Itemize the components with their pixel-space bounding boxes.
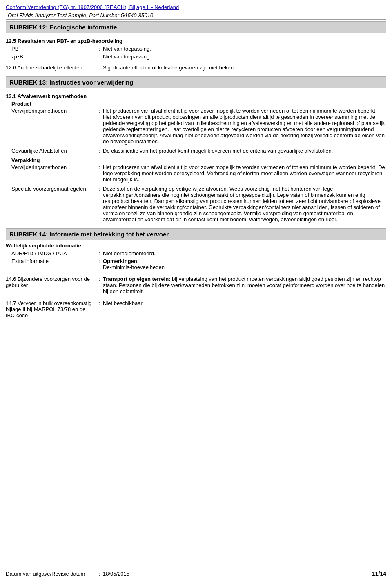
bijzondere-value-bold-prefix: Transport op eigen terrein: [103, 276, 170, 282]
extra-colon: : [96, 258, 103, 264]
rubriek13-header: RUBRIEK 13: Instructies voor verwijderin… [6, 76, 386, 88]
footer-date-value: 18/05/2015 [103, 571, 129, 577]
speciale-label: Speciale voorzorgsmaatregelen [6, 186, 96, 192]
zpzb-colon: : [96, 53, 103, 60]
verpakking-verwijdering-value: Het produceren van afval dient altijd vo… [103, 164, 386, 183]
bijzondere-row: 14.6 Bijzondere voorzorgen voor de gebru… [6, 276, 386, 294]
extra-label: Extra informatie [6, 258, 96, 264]
zpzb-value: Niet van toepassing. [103, 53, 386, 60]
page-container: Conform Verordening (EG) nr. 1907/2006 (… [0, 0, 392, 581]
verwijdering-row: Verwijderingsmethoden : Het produceren v… [6, 108, 386, 145]
bulk-label: 14.7 Vervoer in bulk overeenkomstig bijl… [6, 300, 96, 318]
pbt-value: Niet van toepassing. [103, 46, 386, 52]
pbt-colon: : [96, 46, 103, 52]
bijzondere-colon: : [96, 276, 103, 282]
pbt-label: PBT [6, 46, 96, 52]
footer-date-row: Datum van uitgave/Revisie datum : 18/05/… [6, 571, 129, 577]
product-label: Product [11, 101, 386, 107]
verpakking-label: Verpakking [11, 157, 386, 163]
bijzondere-label: 14.6 Bijzondere voorzorgen voor de gebru… [6, 276, 96, 288]
extra-value-bold: Opmerkingen [103, 258, 137, 264]
bulk-row: 14.7 Vervoer in bulk overeenkomstig bijl… [6, 300, 386, 318]
speciale-colon: : [96, 186, 103, 192]
verpakking-verwijdering-colon: : [96, 164, 103, 170]
bulk-colon: : [96, 300, 103, 306]
adr-colon: : [96, 250, 103, 256]
footer-page: 11/14 [372, 570, 386, 577]
gevaarlijk-row: Gevaarlijke Afvalstoffen : De classifica… [6, 148, 386, 154]
schadelijk-row: 12.6 Andere schadelijke effecten : Signi… [6, 65, 386, 71]
zpzb-label: zpzB [6, 53, 96, 60]
verwijdering-value: Het produceren van afval dient altijd vo… [103, 108, 386, 145]
pbt-row: PBT : Niet van toepassing. [6, 46, 386, 52]
rubriek12-header: RUBRIEK 12: Ecologische informatie [6, 21, 386, 33]
schadelijk-colon: : [96, 65, 103, 71]
gevaarlijk-colon: : [96, 148, 103, 154]
verpakking-verwijdering-row: Verwijderingsmethoden : Het produceren v… [6, 164, 386, 183]
gevaarlijk-label: Gevaarlijke Afvalstoffen [6, 148, 96, 154]
adr-label: ADR/RID / IMDG / IATA [6, 250, 96, 256]
schadelijk-value: Significante effecten of kritische gevar… [103, 65, 386, 71]
zpzb-row: zpzB : Niet van toepassing. [6, 53, 386, 60]
verwijdering-colon: : [96, 108, 103, 114]
verwijdering-label: Verwijderingsmethoden [6, 108, 96, 114]
doc-title-link[interactable]: Conform Verordening (EG) nr. 1907/2006 (… [6, 4, 386, 10]
adr-row: ADR/RID / IMDG / IATA : Niet gereglement… [6, 250, 386, 256]
extra-value: Opmerkingen De-minimis-hoeveelheden [103, 258, 386, 270]
footer-bar: Datum van uitgave/Revisie datum : 18/05/… [6, 568, 386, 577]
footer-left: Datum van uitgave/Revisie datum : 18/05/… [6, 571, 129, 577]
rubriek12-subsection: 12.5 Resultaten van PBT- en zpzB-beoorde… [6, 38, 386, 44]
schadelijk-label: 12.6 Andere schadelijke effecten [6, 65, 96, 71]
footer-date-label: Datum van uitgave/Revisie datum [6, 571, 96, 577]
extra-value-text: De-minimis-hoeveelheden [103, 264, 386, 270]
extra-row: Extra informatie : Opmerkingen De-minimi… [6, 258, 386, 270]
footer-date-colon: : [96, 571, 103, 577]
gevaarlijk-value: De classificatie van het product komt mo… [103, 148, 386, 154]
adr-value: Niet gereglementeerd. [103, 250, 386, 256]
bulk-value: Niet beschikbaar. [103, 300, 386, 306]
wettelijk-label: Wettelijk verplichte informatie [6, 243, 386, 249]
speciale-value: Deze stof en de verpakking op veilige wi… [103, 186, 386, 223]
verpakking-verwijdering-label: Verwijderingsmethoden [6, 164, 96, 170]
bijzondere-value: Transport op eigen terrein: bij verplaat… [103, 276, 386, 294]
speciale-row: Speciale voorzorgsmaatregelen : Deze sto… [6, 186, 386, 223]
rubriek13-subsection: 13.1 Afvalverwerkingsmethoden [6, 93, 386, 99]
rubriek14-header: RUBRIEK 14: Informatie met betrekking to… [6, 228, 386, 240]
doc-subtitle: Oral Fluids Analyzer Test Sample, Part N… [6, 11, 386, 20]
